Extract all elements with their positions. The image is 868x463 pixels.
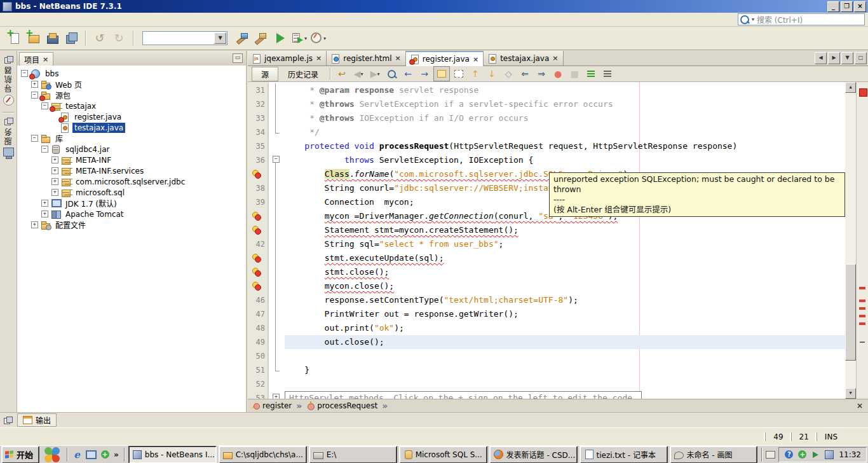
error-stripe-mark[interactable] (859, 287, 865, 289)
scroll-up-icon[interactable]: ▲ (845, 82, 856, 93)
tree-expander-icon[interactable]: − (31, 92, 38, 99)
chevron-icon[interactable]: » (296, 401, 302, 411)
scroll-tabs-right-icon[interactable]: ▶ (828, 52, 840, 64)
tree-expander-icon[interactable]: + (31, 81, 38, 88)
tab-jqexample.js[interactable]: jqexample.js× (248, 51, 327, 66)
code-viewport[interactable]: 31 * @param response servlet response32 … (248, 82, 868, 399)
forward-dropdown-icon[interactable]: ▾ (377, 71, 379, 77)
tree-item-JDK 1.7 (默认)[interactable]: +JDK 1.7 (默认) (17, 198, 246, 209)
tree-item-bbs[interactable]: −bbs (17, 68, 246, 79)
tree-expander-icon[interactable]: + (51, 156, 58, 163)
toggle-bookmark-button[interactable]: ◇ (501, 67, 516, 81)
tree-expander-icon[interactable]: + (31, 221, 38, 228)
stop-macro-recording-button[interactable]: ■ (567, 67, 582, 81)
tree-expander-icon[interactable]: + (51, 178, 58, 185)
tree-item-库[interactable]: −库 (17, 133, 246, 144)
back-dropdown-icon[interactable]: ▾ (360, 71, 363, 77)
tree-item-Web 页[interactable]: +Web 页 (17, 79, 246, 90)
error-indicator[interactable] (859, 88, 867, 97)
fold-margin[interactable] (268, 153, 285, 167)
undo-button[interactable]: ↺ (91, 29, 109, 47)
task-tiezi.txt - 记事本[interactable]: tiezi.txt - 记事本 (580, 446, 668, 463)
breadcrumb-method[interactable]: processRequest (317, 401, 377, 410)
tree-expander-icon[interactable]: − (41, 102, 48, 109)
tree-expander-icon[interactable]: − (21, 70, 28, 77)
error-stripe[interactable] (856, 82, 868, 399)
help-icon[interactable]: ? (784, 450, 794, 459)
forward-button[interactable]: ▶▾ (367, 67, 383, 81)
task-C:\sqljdbc\chs\a...[interactable]: C:\sqljdbc\chs\a... (219, 446, 307, 463)
debug-dropdown-icon[interactable]: ▾ (304, 36, 307, 41)
tree-item-testajax.java[interactable]: testajax.java (17, 122, 246, 133)
task-bbs - NetBeans I...[interactable]: bbs - NetBeans I... (128, 446, 217, 463)
error-hint-icon[interactable] (252, 226, 261, 235)
dock-label-服务[interactable]: 服务 (3, 127, 14, 145)
error-stripe-mark[interactable] (859, 307, 865, 310)
toggle-rectangular-selection-button[interactable] (451, 67, 466, 81)
dock-window-icon[interactable] (4, 417, 12, 424)
last-edit-position-button[interactable]: ↩ (334, 67, 349, 81)
comment-button[interactable] (583, 67, 599, 81)
configuration-select[interactable]: ▼ (142, 31, 227, 45)
find-previous-occurrence-button[interactable]: ← (400, 67, 416, 81)
uncomment-button[interactable] (600, 67, 615, 81)
dock-window-icon[interactable] (4, 118, 13, 125)
error-hint-icon[interactable] (252, 254, 261, 263)
dock-window-icon[interactable] (4, 56, 13, 63)
start-macro-recording-button[interactable]: ● (550, 67, 566, 81)
search-input[interactable]: ▾ 搜索 (Ctrl+I) (738, 13, 865, 25)
tree-item-com.microsoft.sqlserver.jdbc[interactable]: +com.microsoft.sqlserver.jdbc (17, 176, 246, 187)
dock-label-导航器[interactable]: 导航器 (3, 66, 14, 92)
search-icon[interactable] (740, 15, 749, 24)
quick-launch-overflow-icon[interactable]: » (112, 450, 120, 459)
error-hint-icon[interactable] (252, 282, 261, 291)
tab-testajax.java[interactable]: testajax.java× (484, 51, 563, 66)
run-indicator-icon[interactable] (811, 450, 820, 459)
close-button[interactable]: × (854, 1, 866, 12)
tab-close-icon[interactable]: × (395, 55, 401, 62)
error-stripe-mark[interactable] (859, 322, 865, 325)
green-plus-icon[interactable]: + (99, 449, 111, 460)
clean-build-button[interactable] (252, 29, 269, 47)
tree-item-META-INF[interactable]: +META-INF (17, 155, 246, 165)
scroll-tabs-left-icon[interactable]: ◀ (815, 52, 827, 64)
previous-bookmark-button[interactable]: ↑ (468, 67, 483, 81)
projects-tab-close-icon[interactable]: × (43, 56, 48, 63)
fold-margin[interactable] (268, 391, 285, 399)
tree-item-sqljdbc4.jar[interactable]: −sqljdbc4.jar (17, 144, 246, 155)
build-button[interactable] (233, 29, 250, 47)
start-button[interactable]: 开始 (1, 446, 39, 463)
scroll-down-icon[interactable]: ▼ (845, 388, 856, 399)
history-view-button[interactable]: 历史记录 (281, 67, 325, 81)
combo-dropdown-icon[interactable]: ▼ (214, 32, 226, 44)
tab-output[interactable]: 输出 (17, 413, 57, 427)
breadcrumb-class[interactable]: register (262, 401, 292, 410)
error-stripe-mark[interactable] (859, 315, 865, 317)
scrollbar-thumb[interactable] (845, 264, 856, 361)
find-button[interactable] (384, 67, 399, 81)
tree-expander-icon[interactable]: + (41, 200, 48, 207)
next-bookmark-button[interactable]: ↓ (484, 67, 499, 81)
run-button[interactable] (271, 29, 288, 47)
toggle-highlight-search-button[interactable] (433, 66, 450, 81)
pinwheel-app-icon[interactable] (44, 446, 60, 463)
error-stripe-mark[interactable] (859, 300, 865, 302)
minimize-button[interactable]: _ (827, 1, 839, 12)
maximize-editor-icon[interactable]: □ (855, 52, 867, 64)
chevron-icon[interactable]: » (382, 401, 388, 411)
redo-button[interactable]: ↻ (110, 29, 128, 47)
tab-register.java[interactable]: register.java× (406, 51, 484, 66)
task-发表新话题 - CSD...[interactable]: 发表新话题 - CSD... (489, 446, 578, 463)
keyboard-tray-icon[interactable] (766, 450, 775, 459)
find-next-occurrence-button[interactable]: → (417, 67, 432, 81)
folded-code-placeholder[interactable]: HttpServlet methods. Click on the + sign… (285, 391, 642, 399)
task-Microsoft SQL S...[interactable]: Microsoft SQL S... (399, 446, 487, 463)
internet-explorer-icon[interactable]: e (71, 449, 83, 460)
tree-item-Apache Tomcat[interactable]: +Apache Tomcat (17, 209, 246, 219)
profile-dropdown-icon[interactable]: ▾ (323, 36, 326, 41)
tree-expander-icon[interactable]: + (41, 211, 48, 218)
tree-item-配置文件[interactable]: +配置文件 (17, 219, 246, 230)
error-hint-icon[interactable] (252, 268, 261, 277)
search-dropdown-icon[interactable]: ▾ (752, 17, 754, 22)
show-desktop-icon[interactable] (85, 449, 97, 460)
